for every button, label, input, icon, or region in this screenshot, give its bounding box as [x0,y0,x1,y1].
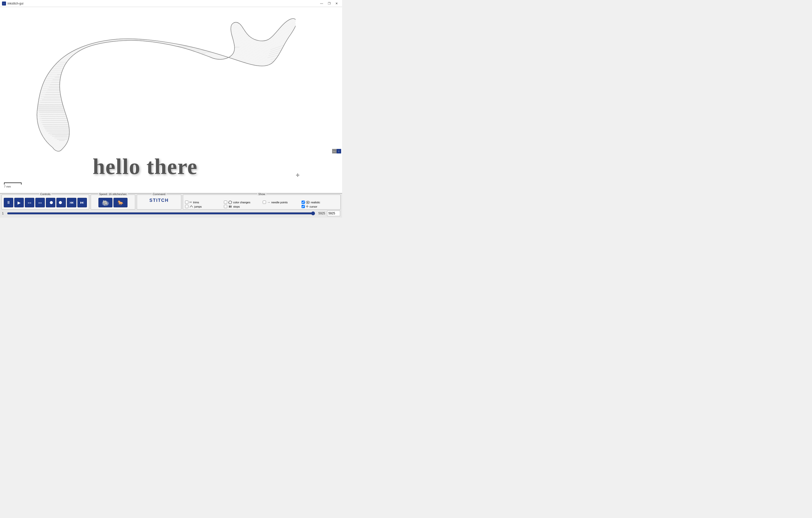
svg-text:i: i [4,2,4,5]
stitch-slider[interactable] [7,212,315,215]
hello-there-text: hello there [93,154,198,179]
show-cursor-item: ✛ cursor [301,205,338,208]
slider-row: 1 5925 [1,211,341,216]
app-icon: i [2,1,6,5]
close-button[interactable]: ✕ [333,1,340,6]
scale-line [4,183,22,185]
realistic-icon [306,200,310,204]
title-bar: i inkstitch-gui — ❐ ✕ [0,0,342,7]
jumps-label: jumps [194,205,202,208]
command-label: STITCH [149,198,169,203]
title-bar-controls: — ❐ ✕ [318,1,340,6]
needle-points-label: needle points [271,201,288,204]
slider-current-value: 5925 [317,212,325,215]
show-realistic-item: realistic [301,200,338,204]
controls-group: ⏸ ▶ «« »» ⏮ ⏭ [4,196,87,207]
fast-button[interactable]: 🐎 [113,198,127,207]
cursor-label: cursor [310,205,317,208]
svg-point-110 [307,201,309,203]
bottom-panel: Controls ⏸ ▶ «« »» ⏮ ⏭ Speed: 16 stitche… [0,193,342,218]
canvas-area: hello there 7 mm i — ✛ [0,7,342,193]
stops-icon [228,205,232,208]
controls-group-label: Controls [39,193,52,196]
trims-checkbox[interactable] [185,200,188,204]
fast-forward-button[interactable]: »» [35,198,45,207]
show-jumps-item: jumps [185,205,222,208]
color-changes-icon [228,200,232,204]
command-group-container: Command STITCH [137,195,181,210]
speed-group-container: Speed: 16 stitches/sec 🐘 🐎 [91,195,135,210]
show-needle-points-item: → needle points [263,200,299,204]
realistic-checkbox[interactable] [301,200,305,204]
last-button[interactable]: ⏭ [78,198,87,207]
info-button[interactable]: i [337,149,341,154]
speed-group: 🐘 🐎 [93,196,133,207]
show-stops-item: stops [224,205,261,208]
slider-input[interactable] [327,211,340,216]
title-bar-left: i inkstitch-gui [2,1,23,5]
svg-text:🐎: 🐎 [117,200,124,206]
stops-checkbox[interactable] [224,205,227,208]
needle-points-checkbox[interactable] [263,200,266,204]
trims-label: trims [193,201,199,204]
controls-group-container: Controls ⏸ ▶ «« »» ⏮ ⏭ [1,195,89,210]
scale-bar: 7 mm [4,183,22,188]
app-title: inkstitch-gui [7,2,23,5]
whale-illustration [20,12,295,175]
slider-start-label: 1 [2,212,5,215]
needle-points-icon: → [267,200,270,204]
trims-icon: ✂ [190,200,192,204]
first-button[interactable]: ⏮ [67,198,77,207]
jumps-icon [190,205,193,208]
svg-rect-111 [229,206,230,208]
command-group-label: Command [152,193,167,196]
play-button[interactable]: ▶ [14,198,24,207]
cursor-checkbox[interactable] [301,205,305,208]
show-trims-item: ✂ trims [185,200,222,204]
show-group-container: Show ✂ trims color changes → [183,195,341,210]
stops-label: stops [233,205,240,208]
show-group-label: Show [257,193,266,196]
rewind-button[interactable]: «« [25,198,34,207]
slow-button[interactable]: 🐘 [98,198,112,207]
svg-rect-112 [230,206,231,208]
color-changes-label: color changes [233,201,251,204]
show-color-changes-item: color changes [224,200,261,204]
minimize-panel-button[interactable]: — [332,149,337,154]
minimize-button[interactable]: — [318,1,325,6]
restore-button[interactable]: ❐ [326,1,332,6]
cursor-icon: ✛ [306,205,309,208]
prev-color-button[interactable] [46,198,55,207]
cursor-indicator: ✛ [296,172,299,178]
command-group: STITCH [139,196,179,203]
realistic-label: realistic [311,201,320,204]
show-group: ✂ trims color changes → needle points [185,198,338,208]
pause-button[interactable]: ⏸ [4,198,13,207]
svg-text:🐘: 🐘 [103,200,109,206]
scale-label: 7 mm [4,185,11,188]
speed-group-label: Speed: 16 stitches/sec [98,193,128,196]
next-color-button[interactable] [56,198,66,207]
controls-row: Controls ⏸ ▶ «« »» ⏮ ⏭ Speed: 16 stitche… [1,195,341,210]
color-changes-checkbox[interactable] [224,200,227,204]
jumps-checkbox[interactable] [185,205,188,208]
